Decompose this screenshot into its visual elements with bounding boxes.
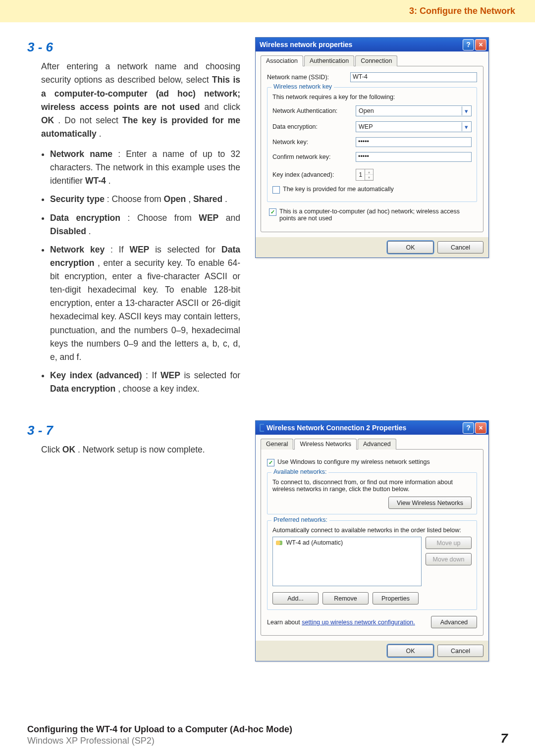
preferred-listbox[interactable]: WT-4 ad (Automatic) (272, 537, 422, 586)
label-auth: Network Authentication: (272, 107, 352, 114)
checkbox-use-windows[interactable]: ✓ Use Windows to configure my wireless n… (267, 458, 477, 466)
txt: . (225, 194, 227, 204)
fieldset-legend: Wireless network key (271, 83, 334, 90)
adhoc-network-icon (276, 540, 282, 546)
fieldset-legend: Available networks: (271, 468, 328, 475)
txt: Security type (50, 194, 105, 204)
txt: , (188, 194, 193, 204)
txt: : If (110, 245, 129, 254)
chevron-up-icon[interactable]: ▴ (365, 169, 373, 175)
tab-pane: Network name (SSID): WT-4 Wireless netwo… (261, 66, 483, 232)
dialog-wireless-properties: Wireless network properties ? × Associat… (255, 37, 489, 258)
heading-3-7: 3 - 7 (27, 420, 240, 440)
txt: . (89, 226, 91, 236)
spinner-key-index[interactable]: 1 ▴ ▾ (356, 169, 374, 181)
tabs: Association Authentication Connection (261, 55, 483, 66)
select-encryption[interactable]: WEP ▾ (356, 121, 472, 132)
input-network-key[interactable]: ••••• (356, 137, 472, 147)
help-icon[interactable]: ? (463, 422, 474, 434)
select-auth[interactable]: Open ▾ (356, 105, 472, 116)
row-confirm-key: Confirm network key: ••••• (272, 152, 472, 162)
ok-button[interactable]: OK (387, 241, 433, 253)
preferred-desc: Automatically connect to available netwo… (272, 527, 472, 534)
close-icon[interactable]: × (475, 422, 486, 434)
fieldset-key: Wireless network key This network requir… (267, 87, 477, 202)
advanced-button[interactable]: Advanced (431, 616, 477, 628)
tab-general[interactable]: General (261, 439, 293, 450)
header-title: 3: Configure the Network (409, 6, 515, 16)
input-ssid[interactable]: WT-4 (350, 72, 477, 82)
txt: Open (164, 194, 186, 204)
dialog-title: Wireless Network Connection 2 Properties (267, 424, 462, 432)
cancel-button[interactable]: Cancel (437, 645, 483, 657)
txt: WEP (160, 370, 180, 380)
tab-authentication[interactable]: Authentication (304, 55, 354, 66)
row-ssid: Network name (SSID): WT-4 (267, 72, 477, 82)
chevron-down-icon: ▾ (462, 106, 470, 115)
move-up-button[interactable]: Move up (426, 537, 472, 549)
txt: WT-4 (85, 176, 106, 186)
add-button[interactable]: Add... (272, 592, 319, 605)
section-3-6: 3 - 6 After entering a network name and … (27, 37, 508, 401)
help-icon[interactable]: ? (463, 39, 474, 50)
dialog-title-bar[interactable]: Wireless Network Connection 2 Properties… (256, 421, 488, 435)
txt: Data encryption (50, 384, 115, 394)
fieldset-desc: This network requires a key for the foll… (272, 94, 472, 101)
txt: . (99, 129, 102, 139)
view-wireless-button[interactable]: View Wireless Networks (388, 497, 472, 509)
move-down-button[interactable]: Move down (426, 553, 472, 565)
label-ssid: Network name (SSID): (267, 74, 346, 81)
cancel-button[interactable]: Cancel (437, 241, 483, 253)
txt: and (226, 213, 240, 223)
txt: : If (146, 370, 160, 380)
checkbox-icon (272, 186, 280, 194)
txt: After entering a network name and choosi… (41, 61, 240, 85)
dialog-title-bar[interactable]: Wireless network properties ? × (256, 38, 488, 51)
fieldset-preferred: Preferred networks: Automatically connec… (267, 520, 477, 610)
left-column-3-6: 3 - 6 After entering a network name and … (27, 37, 240, 401)
footer-title: Configuring the WT-4 for Upload to a Com… (27, 724, 292, 735)
button-row: OK Cancel (256, 237, 488, 257)
ok-button[interactable]: OK (387, 645, 433, 657)
preferred-item: WT-4 ad (Automatic) (286, 539, 343, 546)
tab-advanced[interactable]: Advanced (358, 439, 396, 450)
txt: Network key (50, 245, 105, 254)
spinner-value: 1 (356, 169, 365, 180)
chevron-down-icon[interactable]: ▾ (365, 175, 373, 180)
checkbox-key-auto[interactable]: The key is provided for me automatically (272, 186, 472, 194)
learn-link[interactable]: setting up wireless network configuratio… (302, 619, 415, 626)
header-band: 3: Configure the Network (0, 0, 535, 22)
close-icon[interactable]: × (475, 39, 486, 50)
tab-wireless-networks[interactable]: Wireless Networks (294, 439, 357, 450)
intro-paragraph: After entering a network name and choosi… (27, 60, 240, 141)
chevron-down-icon: ▾ (462, 122, 470, 131)
row-encryption: Data encryption: WEP ▾ (272, 121, 472, 132)
txt: WEP (129, 245, 149, 254)
tab-association[interactable]: Association (261, 55, 303, 66)
bullet-network-key: Network key : If WEP is selected for Dat… (50, 243, 240, 364)
txt: , choose a key index. (118, 384, 199, 394)
txt: : Choose from (128, 213, 199, 223)
fieldset-available: Available networks: To connect to, disco… (267, 472, 477, 514)
bullet-list: Network name : Enter a name of up to 32 … (27, 148, 240, 396)
txt: : Choose from (107, 194, 164, 204)
right-column-3-6: Wireless network properties ? × Associat… (255, 37, 508, 401)
dialog-title: Wireless network properties (260, 41, 462, 49)
wireless-icon (260, 424, 264, 432)
paragraph-3-7: Click OK . Network setup is now complete… (27, 443, 240, 456)
input-confirm-key[interactable]: ••••• (356, 152, 472, 162)
dialog-wnc2-properties: Wireless Network Connection 2 Properties… (255, 420, 489, 661)
remove-button[interactable]: Remove (322, 592, 369, 605)
txt: is selected for (155, 245, 221, 254)
dialog-body: Association Authentication Connection Ne… (256, 51, 488, 237)
properties-button[interactable]: Properties (373, 592, 419, 605)
txt: . (108, 176, 111, 186)
txt: Data encryption (50, 213, 120, 223)
learn-row: Learn about setting up wireless network … (267, 616, 477, 628)
left-column-3-7: 3 - 7 Click OK . Network setup is now co… (27, 420, 240, 661)
checkbox-label: The key is provided for me automatically (283, 186, 394, 193)
tab-pane: ✓ Use Windows to configure my wireless n… (261, 449, 483, 636)
checkbox-adhoc[interactable]: ✓ This is a computer-to-computer (ad hoc… (269, 208, 475, 222)
tab-connection[interactable]: Connection (355, 55, 397, 66)
dialog-body: General Wireless Networks Advanced ✓ Use… (256, 435, 488, 641)
